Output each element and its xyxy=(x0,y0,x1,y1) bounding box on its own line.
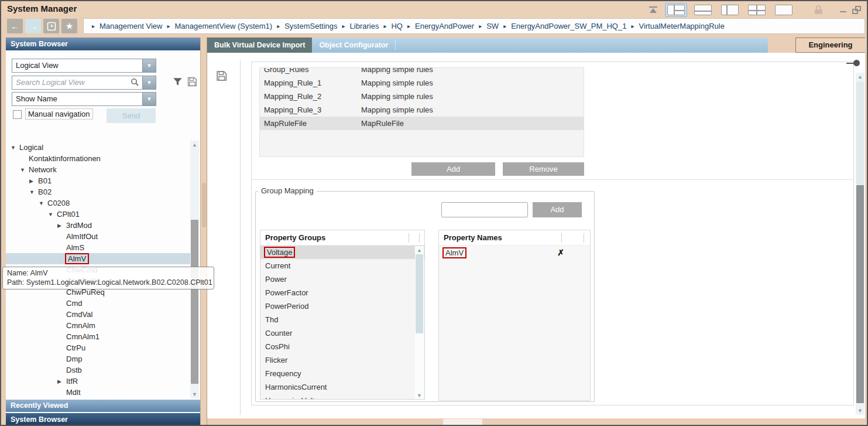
breadcrumb-item[interactable]: EnergyAndPower_SW_PM_HQ_1 xyxy=(499,22,626,30)
property-group-row[interactable]: Thd xyxy=(260,313,424,326)
property-group-row[interactable]: CosPhi xyxy=(260,340,424,353)
tree-item[interactable]: Dmp xyxy=(6,353,191,364)
scroll-up-icon[interactable]: ▲ xyxy=(190,141,199,149)
filter-icon[interactable] xyxy=(172,76,183,87)
tree-item[interactable]: CmnAlm1 xyxy=(6,331,191,342)
scrollbar-thumb[interactable] xyxy=(443,419,482,425)
tree-item[interactable]: B02 xyxy=(6,186,191,197)
view-selector-dropdown[interactable]: Logical View ▼ xyxy=(12,59,156,73)
property-group-row[interactable]: Frequency xyxy=(260,367,424,380)
chevron-down-icon[interactable]: ▼ xyxy=(142,59,156,72)
layout-single-pane-button[interactable] xyxy=(773,3,795,17)
expander-icon[interactable] xyxy=(57,376,66,387)
tree-item[interactable]: ItfR xyxy=(6,376,191,387)
tree-item[interactable]: CmnAlm xyxy=(6,320,191,331)
expander-icon[interactable] xyxy=(29,187,38,198)
scroll-up-icon[interactable]: ▲ xyxy=(415,246,424,254)
back-button[interactable]: ← xyxy=(7,19,23,33)
expander-icon[interactable] xyxy=(39,198,47,209)
layout-split-quad-button[interactable] xyxy=(746,3,768,17)
property-name-row[interactable]: AlmV xyxy=(439,246,590,260)
add-rule-button[interactable]: Add xyxy=(411,162,495,176)
collapse-panels-icon[interactable] xyxy=(647,5,660,15)
breadcrumb-item[interactable]: Management View xyxy=(87,22,162,30)
rule-row[interactable]: Mapping_Rule_2Mapping simple rules xyxy=(260,90,584,103)
rule-row[interactable]: Group_RulesMapping simple rules xyxy=(260,67,584,76)
property-group-row-clipped[interactable]: HarmonicsVoltage xyxy=(260,394,424,400)
property-group-row[interactable]: PowerFactor xyxy=(260,286,424,299)
manual-navigation-checkbox[interactable] xyxy=(13,110,22,119)
scrollbar-thumb[interactable] xyxy=(191,220,198,384)
favorites-star-icon[interactable]: ★ xyxy=(61,19,77,33)
property-group-row[interactable]: Flicker xyxy=(260,353,424,367)
breadcrumb-item[interactable]: VirtualMeterMappingRule xyxy=(626,22,724,30)
tree-item[interactable]: Dstb xyxy=(6,364,191,376)
remove-rule-button[interactable]: Remove xyxy=(503,162,584,176)
tab-bulk-virtual-device-import[interactable]: Bulk Virtual Device Import xyxy=(207,38,312,53)
restore-button[interactable] xyxy=(852,6,861,14)
property-group-row[interactable]: HarmonicsCurrent xyxy=(260,380,424,394)
horizontal-scrollbar[interactable] xyxy=(207,418,865,426)
history-icon[interactable] xyxy=(43,19,59,33)
search-icon[interactable] xyxy=(131,78,139,87)
expander-icon[interactable] xyxy=(29,176,38,187)
panel-splitter[interactable] xyxy=(200,38,207,426)
breadcrumb-item[interactable]: HQ xyxy=(379,22,403,30)
layout-split-bottom-button[interactable] xyxy=(692,3,714,17)
scroll-down-icon[interactable]: ▼ xyxy=(856,407,864,415)
main-scrollbar[interactable]: ▲ ▼ xyxy=(856,73,864,415)
delete-icon[interactable] xyxy=(557,246,564,260)
tab-object-configurator[interactable]: Object Configurator xyxy=(312,38,395,53)
save-filter-icon[interactable] xyxy=(187,76,198,87)
tree-item[interactable]: B01 xyxy=(6,175,191,186)
add-group-button[interactable]: Add xyxy=(533,202,582,217)
breadcrumb-item[interactable]: Libraries xyxy=(338,22,379,30)
expander-icon[interactable] xyxy=(57,220,66,231)
tree-item[interactable]: AlmS xyxy=(6,242,191,253)
tree-item[interactable]: AlmItfOut xyxy=(6,231,191,242)
breadcrumb-item[interactable]: SW xyxy=(474,22,499,30)
expander-icon[interactable] xyxy=(20,165,29,176)
recently-viewed-bar[interactable]: Recently Viewed xyxy=(6,400,200,412)
rule-row[interactable]: Mapping_Rule_1Mapping simple rules xyxy=(260,76,584,90)
tree-item-network[interactable]: Network xyxy=(6,164,191,175)
layout-split-left-right-button[interactable] xyxy=(665,3,687,17)
tree-item[interactable]: CtrPu xyxy=(6,342,191,353)
expander-icon[interactable] xyxy=(11,142,19,154)
tree-item[interactable]: Kontaktinformationen xyxy=(6,153,191,164)
tree-item[interactable]: Mdlt xyxy=(6,387,191,398)
property-group-row-selected[interactable]: Voltage xyxy=(260,246,424,259)
tree-item[interactable]: Cmd xyxy=(6,298,191,309)
tree-item[interactable]: C0208 xyxy=(6,197,191,209)
search-options-chevron-icon[interactable]: ▼ xyxy=(142,76,156,89)
layout-split-left-button[interactable] xyxy=(719,3,741,17)
search-input[interactable]: Search Logical View ▼ xyxy=(12,76,156,90)
scrollbar-thumb[interactable] xyxy=(856,185,864,403)
property-group-row[interactable]: Counter xyxy=(260,326,424,340)
rule-row[interactable]: Mapping_Rule_3Mapping simple rules xyxy=(260,103,584,117)
property-group-row[interactable]: Power xyxy=(260,272,424,286)
group-name-input[interactable] xyxy=(441,202,528,217)
tree-item-logical[interactable]: Logical xyxy=(6,142,191,153)
tree-item-almv-selected[interactable]: AlmV xyxy=(6,253,191,264)
scroll-down-icon[interactable]: ▼ xyxy=(190,390,199,398)
tree-item[interactable]: 3rdMod xyxy=(6,220,191,231)
chevron-down-icon[interactable]: ▼ xyxy=(142,93,156,105)
breadcrumb-item[interactable]: ManagementView (System1) xyxy=(162,22,272,30)
breadcrumb-item[interactable]: EnergyAndPower xyxy=(403,22,474,30)
send-button[interactable]: Send xyxy=(107,108,156,123)
display-mode-dropdown[interactable]: Show Name ▼ xyxy=(12,92,156,106)
property-group-row[interactable]: PowerPeriod xyxy=(260,299,424,313)
scroll-down-icon[interactable]: ▼ xyxy=(415,391,424,400)
property-groups-scrollbar[interactable]: ▲ ▼ xyxy=(415,246,424,400)
property-group-row[interactable]: Current xyxy=(260,259,424,272)
expander-icon[interactable] xyxy=(48,209,57,220)
rule-row-selected[interactable]: MapRuleFileMapRuleFile xyxy=(260,117,584,130)
forward-button[interactable]: → xyxy=(25,19,41,33)
splitter-handle[interactable] xyxy=(202,183,206,227)
lock-icon[interactable] xyxy=(815,5,823,15)
scrollbar-thumb[interactable] xyxy=(416,254,423,333)
save-icon[interactable] xyxy=(215,70,228,82)
system-browser-bar[interactable]: System Browser xyxy=(6,413,200,426)
breadcrumb-item[interactable]: SystemSettings xyxy=(272,22,337,30)
